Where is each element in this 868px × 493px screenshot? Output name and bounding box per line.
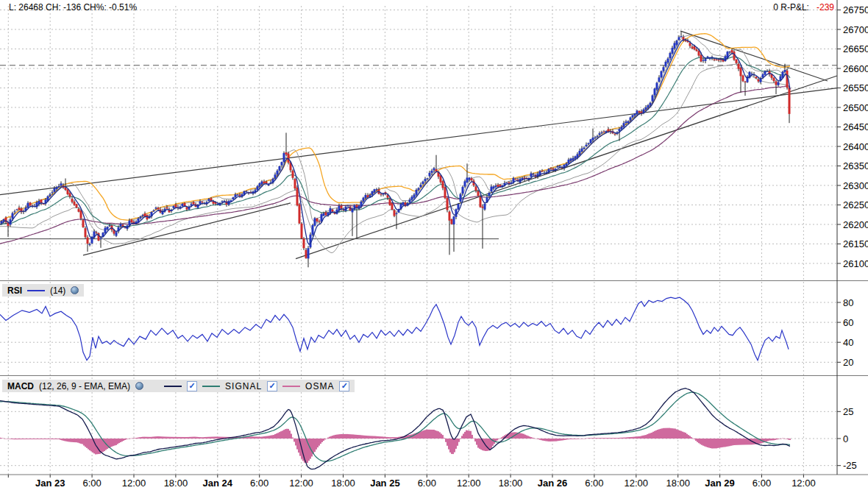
price-tick-label: 26300 <box>843 180 868 191</box>
chart-canvas[interactable]: 2675026700266502660026550265002645026400… <box>0 0 868 493</box>
rsi-title: RSI <box>7 285 22 296</box>
time-axis-labels: Jan 236:0012:0018:00Jan 246:0012:0018:00… <box>8 475 815 489</box>
long-ascending-resistance <box>0 88 837 195</box>
signal-legend-label: SIGNAL <box>225 381 262 391</box>
macd-tick-label: -25 <box>843 460 857 471</box>
macd-tick-label: 25 <box>843 406 853 417</box>
time-tick-label: 6:00 <box>418 478 436 489</box>
pnl-value: -239 <box>817 2 834 13</box>
time-tick-label: Jan 29 <box>705 478 734 489</box>
time-tick-label: 12:00 <box>289 478 313 489</box>
macd-tick-label: 0 <box>843 433 848 444</box>
time-tick-label: Jan 24 <box>203 478 233 489</box>
time-tick-label: 6:00 <box>753 478 771 489</box>
rsi-settings-icon[interactable] <box>71 286 79 294</box>
time-tick-label: 12:00 <box>625 478 649 489</box>
price-tick-label: 26750 <box>843 4 868 15</box>
time-tick-label: 6:00 <box>82 478 101 489</box>
time-tick-label: Jan 25 <box>370 478 399 489</box>
macd-line-checkbox[interactable]: ✓ <box>187 381 197 391</box>
osma-checkbox[interactable]: ✓ <box>339 381 349 391</box>
ascending-support-from-jan24-low <box>296 76 837 259</box>
price-tick-label: 26550 <box>843 82 868 93</box>
time-tick-label: 6:00 <box>585 478 603 489</box>
price-tick-label: 26350 <box>843 160 868 171</box>
rsi-tick-label: 80 <box>843 297 853 308</box>
time-tick-label: 18:00 <box>666 478 690 489</box>
signal-line-sample-icon <box>202 386 220 387</box>
time-tick-label: 18:00 <box>331 478 355 489</box>
price-tick-label: 26450 <box>843 121 868 132</box>
price-tick-label: 26600 <box>843 63 868 74</box>
osma-histogram <box>0 428 791 464</box>
price-tick-label: 26500 <box>843 102 868 113</box>
rsi-panel-header: RSI (14) <box>2 284 84 297</box>
price-tick-label: 26700 <box>843 24 868 35</box>
price-tick-label: 26100 <box>843 258 868 269</box>
time-tick-label: 18:00 <box>164 478 188 489</box>
osma-line-sample-icon <box>282 386 300 387</box>
time-tick-label: 12:00 <box>457 478 481 489</box>
macd-param: (12, 26, 9 - EMA, EMA) <box>39 381 130 391</box>
macd-settings-icon[interactable] <box>135 382 143 390</box>
time-tick-label: Jan 23 <box>35 478 65 489</box>
rsi-tick-label: 40 <box>843 337 853 348</box>
time-tick-label: 12:00 <box>122 478 146 489</box>
macd-title: MACD <box>7 381 34 391</box>
pnl-prefix: 0 R-P&L: <box>773 2 809 13</box>
price-tick-label: 26400 <box>843 141 868 152</box>
time-tick-label: 12:00 <box>791 478 816 489</box>
price-overlays <box>0 34 790 253</box>
price-tick-label: 26250 <box>843 199 868 210</box>
macd-line-sample-icon <box>164 386 182 387</box>
signal-checkbox[interactable]: ✓ <box>267 381 277 391</box>
rsi-axis-labels: 80604020 <box>837 297 853 368</box>
macd-panel-header: MACD (12, 26, 9 - EMA, EMA) ✓ SIGNAL ✓ O… <box>2 380 355 392</box>
rsi-tick-label: 60 <box>843 317 853 328</box>
signal-line <box>0 392 790 461</box>
time-tick-label: Jan 26 <box>538 478 567 489</box>
panel-borders <box>0 0 868 475</box>
rsi-tick-label: 20 <box>843 357 853 368</box>
rsi-param: (14) <box>50 285 65 296</box>
trading-chart-window: 2675026700266502660026550265002645026400… <box>0 0 868 493</box>
price-tick-label: 26650 <box>843 43 868 54</box>
price-tick-label: 26150 <box>843 238 868 249</box>
price-axis-labels: 2675026700266502660026550265002645026400… <box>837 4 868 269</box>
candles <box>1 32 791 267</box>
pnl-readout: 0 R-P&L: -239 <box>773 2 834 13</box>
quote-line: L: 26468 CH: -136 CH%: -0.51% <box>9 2 137 13</box>
macd-axis-labels: 250-25 <box>837 406 857 471</box>
time-tick-label: 18:00 <box>499 478 523 489</box>
price-tick-label: 26200 <box>843 219 868 230</box>
rsi-line <box>0 297 789 360</box>
time-tick-label: 6:00 <box>250 478 268 489</box>
osma-legend-label: OSMA <box>305 381 334 391</box>
rsi-line-sample-icon <box>27 290 45 291</box>
